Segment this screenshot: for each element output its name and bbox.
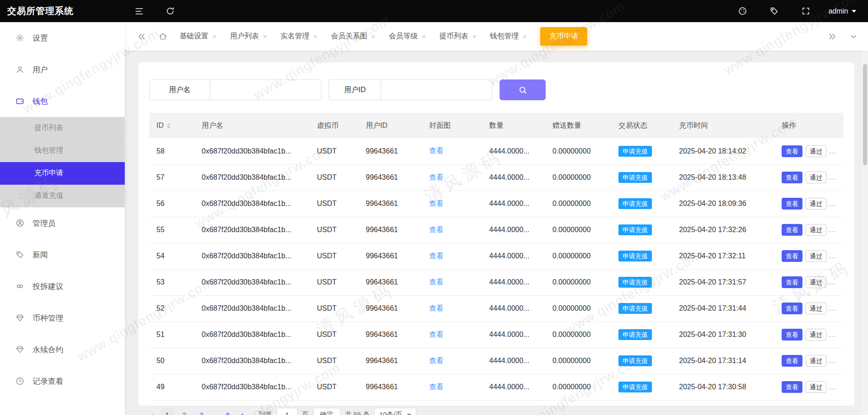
pass-button[interactable]: 通过 [806, 172, 826, 183]
view-button[interactable]: 查看 [782, 172, 802, 183]
cell-amount: 4444.0000... [482, 191, 545, 217]
sidebar-subitem[interactable]: 通道充值 [0, 185, 125, 207]
cell-username: 0x687f20dd30b384bfac1b... [194, 322, 310, 348]
pass-button[interactable]: 通过 [806, 145, 826, 157]
username-input[interactable] [210, 79, 321, 100]
sidebar-item-gear[interactable]: 设置 [0, 22, 125, 54]
cover-view-link[interactable]: 查看 [429, 331, 443, 338]
prev-page-icon[interactable]: ‹ [149, 410, 156, 415]
vertical-scrollbar[interactable] [862, 51, 868, 415]
pass-button[interactable]: 通过 [806, 381, 826, 393]
sidebar-subitem[interactable]: 充币申请 [0, 162, 125, 185]
cell-username: 0x687f20dd30b384bfac1b... [194, 191, 310, 217]
cover-view-link[interactable]: 查看 [429, 226, 443, 233]
view-button[interactable]: 查看 [782, 381, 802, 393]
column-header-label: 封面图 [429, 121, 451, 129]
pass-button[interactable]: 通过 [806, 198, 826, 210]
sidebar-subitem[interactable]: 钱包管理 [0, 140, 125, 162]
page-number[interactable]: 1 [160, 408, 174, 415]
pass-button[interactable]: 通过 [806, 355, 826, 367]
cell-status: 申请充值 [611, 295, 672, 322]
pass-button[interactable]: 通过 [806, 224, 826, 236]
cover-view-link[interactable]: 查看 [429, 357, 443, 364]
sidebar-item-coin[interactable]: 币种管理 [0, 302, 125, 334]
sidebar-item-record[interactable]: 记录查看 [0, 365, 125, 397]
close-icon[interactable]: × [523, 33, 527, 40]
tab-item[interactable]: 钱包管理× [490, 32, 527, 41]
goto-page-input[interactable] [277, 408, 297, 415]
scrollbar-thumb[interactable] [863, 64, 867, 165]
tabs-menu-icon[interactable] [849, 32, 858, 41]
cell-username: 0x687f20dd30b384bfac1b... [194, 295, 310, 322]
collapse-menu-icon[interactable] [130, 0, 148, 22]
cover-view-link[interactable]: 查看 [429, 383, 443, 391]
news-icon [15, 250, 24, 259]
cell-userid: 99643661 [359, 164, 422, 191]
sidebar-item-user[interactable]: 用户 [0, 54, 125, 85]
refresh-icon[interactable] [161, 0, 179, 22]
tabs-scroll-right-icon[interactable] [827, 32, 837, 42]
sidebar-item-wallet[interactable]: 钱包 [0, 85, 125, 117]
page-number[interactable]: 2 [178, 408, 191, 415]
tab-item[interactable]: 基础设置× [179, 32, 217, 41]
user-menu[interactable]: admin [828, 7, 856, 15]
close-icon[interactable]: × [314, 33, 318, 40]
view-button[interactable]: 查看 [782, 224, 802, 236]
sort-icon[interactable] [167, 123, 170, 129]
cover-view-link[interactable]: 查看 [429, 278, 443, 286]
cell-amount: 4444.0000... [482, 217, 545, 243]
tab-item[interactable]: 用户列表× [230, 32, 267, 41]
cover-view-link[interactable]: 查看 [429, 304, 443, 312]
sidebar-item-admin[interactable]: 管理员 [0, 207, 125, 239]
column-header: 交易状态 [611, 113, 672, 138]
page-number[interactable]: 3 [195, 408, 208, 415]
close-icon[interactable]: × [263, 33, 267, 40]
tab-item[interactable]: 会员等级× [389, 32, 426, 41]
cover-view-link[interactable]: 查看 [429, 173, 443, 181]
pass-button[interactable]: 通过 [806, 276, 826, 288]
view-button[interactable]: 查看 [782, 145, 802, 157]
cover-view-link[interactable]: 查看 [429, 147, 443, 154]
page-number[interactable]: 6 [221, 408, 235, 415]
view-button[interactable]: 查看 [782, 329, 802, 340]
view-button[interactable]: 查看 [782, 355, 802, 367]
userid-input[interactable] [381, 79, 492, 100]
tabs-scroll-left-icon[interactable] [137, 32, 146, 42]
pass-button[interactable]: 通过 [806, 303, 826, 314]
view-button[interactable]: 查看 [782, 276, 802, 288]
column-header[interactable]: ID [149, 113, 194, 138]
topbar: 交易所管理系统 admin [0, 0, 868, 22]
status-badge: 申请充值 [618, 251, 652, 261]
next-page-icon[interactable]: › [239, 410, 246, 415]
view-button[interactable]: 查看 [782, 303, 802, 314]
cell-username: 0x687f20dd30b384bfac1b... [194, 138, 310, 164]
tab-item[interactable]: 会员关系图× [331, 32, 375, 41]
view-button[interactable]: 查看 [782, 198, 802, 210]
home-tab-icon[interactable] [158, 32, 168, 41]
close-icon[interactable]: × [422, 33, 426, 40]
goto-confirm-button[interactable]: 确定 [313, 408, 340, 415]
sidebar-item-contract[interactable]: 永续合约 [0, 334, 125, 365]
sidebar-subitem[interactable]: 提币列表 [0, 117, 125, 140]
tab-item[interactable]: 实名管理× [281, 32, 318, 41]
table-row: 510x687f20dd30b384bfac1b...USDT99643661查… [149, 322, 844, 348]
sidebar-item-news[interactable]: 新闻 [0, 239, 125, 270]
cover-view-link[interactable]: 查看 [429, 200, 443, 207]
close-icon[interactable]: × [472, 33, 476, 40]
close-icon[interactable]: × [212, 33, 217, 40]
search-button[interactable] [500, 79, 546, 100]
close-icon[interactable]: × [371, 33, 375, 40]
page-size-select[interactable]: 10条/页 [374, 408, 416, 415]
pass-button[interactable]: 通过 [806, 250, 826, 262]
sidebar-item-link[interactable]: 投拆建议 [0, 270, 125, 302]
tab-item[interactable]: 提币列表× [439, 32, 476, 41]
tab-item[interactable]: 充币申请 [540, 27, 587, 46]
fullscreen-icon[interactable] [797, 0, 815, 22]
cell-status: 申请充值 [611, 164, 672, 191]
table-row: 540x687f20dd30b384bfac1b...USDT99643661查… [149, 243, 844, 269]
theme-icon[interactable] [733, 0, 751, 22]
cover-view-link[interactable]: 查看 [429, 252, 443, 260]
pass-button[interactable]: 通过 [806, 329, 826, 340]
tag-icon[interactable] [765, 0, 783, 22]
view-button[interactable]: 查看 [782, 250, 802, 262]
